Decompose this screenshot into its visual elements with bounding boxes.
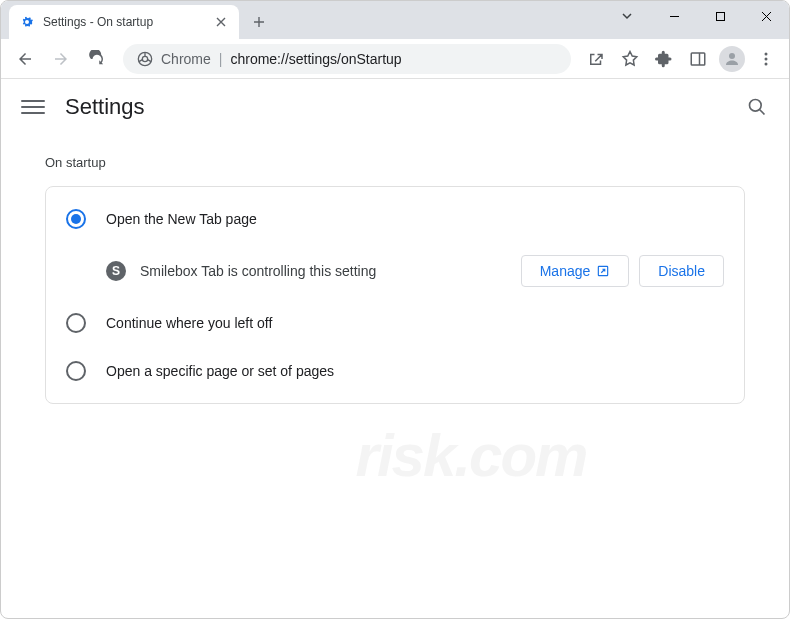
option-label: Open the New Tab page <box>106 211 257 227</box>
browser-tab[interactable]: Settings - On startup <box>9 5 239 39</box>
forward-button[interactable] <box>45 43 77 75</box>
hamburger-menu-icon[interactable] <box>21 95 45 119</box>
maximize-button[interactable] <box>697 1 743 31</box>
watermark-sub: risk.com <box>356 421 587 490</box>
omnibox-separator: | <box>219 51 223 67</box>
svg-rect-0 <box>716 12 724 20</box>
content-area: On startup Open the New Tab page S Smile… <box>1 135 789 424</box>
omnibox-scheme: Chrome <box>161 51 211 67</box>
option-continue[interactable]: Continue where you left off <box>46 299 744 347</box>
profile-avatar[interactable] <box>717 44 747 74</box>
extensions-icon[interactable] <box>649 44 679 74</box>
bookmark-icon[interactable] <box>615 44 645 74</box>
chrome-icon <box>137 51 153 67</box>
svg-point-8 <box>750 100 762 112</box>
external-link-icon <box>596 264 610 278</box>
menu-icon[interactable] <box>751 44 781 74</box>
browser-toolbar: Chrome | chrome://settings/onStartup <box>1 39 789 79</box>
manage-button[interactable]: Manage <box>521 255 630 287</box>
extension-notice-row: S Smilebox Tab is controlling this setti… <box>46 243 744 299</box>
svg-rect-3 <box>691 53 705 65</box>
extension-icon: S <box>106 261 126 281</box>
search-icon[interactable] <box>745 95 769 119</box>
window-controls <box>651 1 789 31</box>
address-bar[interactable]: Chrome | chrome://settings/onStartup <box>123 44 571 74</box>
omnibox-url: chrome://settings/onStartup <box>230 51 401 67</box>
svg-point-7 <box>765 62 768 65</box>
disable-label: Disable <box>658 263 705 279</box>
minimize-button[interactable] <box>651 1 697 31</box>
disable-button[interactable]: Disable <box>639 255 724 287</box>
extension-notice-text: Smilebox Tab is controlling this setting <box>140 263 507 279</box>
svg-point-2 <box>142 56 147 61</box>
svg-point-6 <box>765 57 768 60</box>
close-window-button[interactable] <box>743 1 789 31</box>
side-panel-icon[interactable] <box>683 44 713 74</box>
new-tab-button[interactable] <box>245 8 273 36</box>
close-icon[interactable] <box>213 14 229 30</box>
share-icon[interactable] <box>581 44 611 74</box>
radio-button[interactable] <box>66 313 86 333</box>
radio-button[interactable] <box>66 209 86 229</box>
radio-button[interactable] <box>66 361 86 381</box>
browser-titlebar: Settings - On startup <box>1 1 789 39</box>
option-specific-pages[interactable]: Open a specific page or set of pages <box>46 347 744 395</box>
gear-icon <box>19 14 35 30</box>
tab-title: Settings - On startup <box>43 15 205 29</box>
option-label: Continue where you left off <box>106 315 272 331</box>
page-title: Settings <box>65 94 145 120</box>
manage-label: Manage <box>540 263 591 279</box>
svg-point-5 <box>765 52 768 55</box>
section-title: On startup <box>45 155 745 170</box>
back-button[interactable] <box>9 43 41 75</box>
settings-header: Settings <box>1 79 789 135</box>
reload-button[interactable] <box>81 43 113 75</box>
chevron-down-icon[interactable] <box>620 9 634 23</box>
startup-card: Open the New Tab page S Smilebox Tab is … <box>45 186 745 404</box>
option-new-tab[interactable]: Open the New Tab page <box>46 195 744 243</box>
svg-point-4 <box>729 53 735 59</box>
option-label: Open a specific page or set of pages <box>106 363 334 379</box>
